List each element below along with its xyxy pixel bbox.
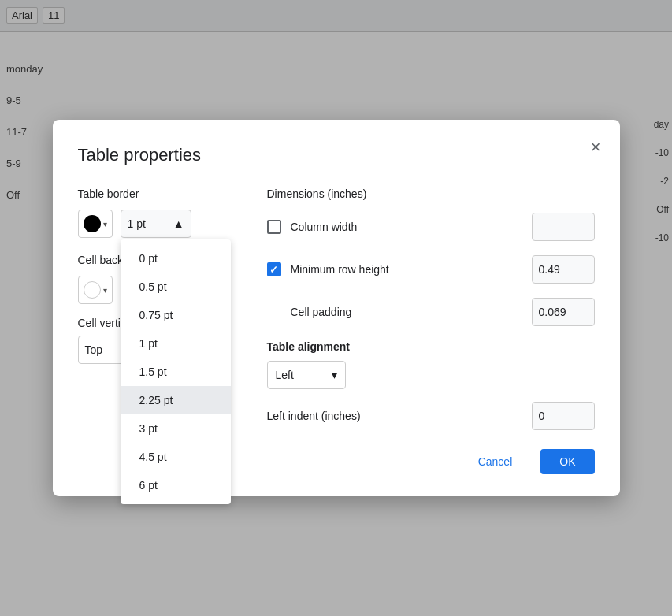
column-width-checkbox[interactable]: [267, 220, 281, 234]
min-row-height-label: Minimum row height: [291, 263, 522, 276]
cell-vert-value: Top: [85, 343, 103, 356]
dimensions-title: Dimensions (inches): [267, 187, 595, 200]
pt-option-075[interactable]: 0.75 pt: [121, 301, 231, 329]
column-width-row: Column width: [267, 213, 595, 241]
pt-value: 1 pt: [128, 217, 146, 230]
min-row-height-checkbox[interactable]: [267, 262, 281, 276]
modal-body: Table border ▾ 1 pt ▲ 0 pt: [78, 187, 595, 474]
ok-button[interactable]: OK: [540, 449, 594, 474]
close-button[interactable]: ×: [588, 135, 604, 159]
border-controls: ▾ 1 pt ▲ 0 pt 0.5 pt 0.75 pt: [78, 210, 236, 238]
left-indent-label: Left indent (inches): [267, 410, 522, 422]
column-width-input[interactable]: [532, 213, 595, 241]
left-panel: Table border ▾ 1 pt ▲ 0 pt: [78, 187, 236, 474]
pt-menu: 0 pt 0.5 pt 0.75 pt 1 pt 1.5 pt 2.25 pt …: [121, 239, 231, 504]
table-alignment-value: Left: [276, 369, 294, 381]
pt-dropdown-button[interactable]: 1 pt ▲: [121, 210, 191, 238]
pt-option-3[interactable]: 3 pt: [121, 414, 231, 443]
cell-padding-input[interactable]: [532, 298, 595, 326]
cancel-button[interactable]: Cancel: [459, 449, 532, 474]
border-color-swatch: [84, 215, 101, 232]
pt-option-05[interactable]: 0.5 pt: [121, 273, 231, 301]
modal-title: Table properties: [78, 145, 595, 165]
table-alignment-arrow: ▾: [332, 369, 337, 381]
pt-option-1[interactable]: 1 pt: [121, 329, 231, 358]
table-alignment-label: Table alignment: [267, 340, 595, 353]
right-panel: Dimensions (inches) Column width Minimum…: [267, 187, 595, 474]
min-row-height-row: Minimum row height: [267, 255, 595, 284]
pt-option-15[interactable]: 1.5 pt: [121, 358, 231, 386]
border-color-arrow: ▾: [103, 220, 107, 228]
border-section-label: Table border: [78, 187, 236, 200]
cell-bg-swatch: [84, 281, 101, 299]
pt-option-225[interactable]: 2.25 pt: [121, 386, 231, 414]
table-alignment-dropdown[interactable]: Left ▾: [267, 361, 346, 389]
cell-bg-arrow: ▾: [103, 286, 107, 295]
min-row-height-input[interactable]: [532, 255, 595, 284]
modal-overlay: Table properties × Table border ▾ 1 pt: [0, 0, 672, 616]
pt-option-45[interactable]: 4.5 pt: [121, 443, 231, 471]
pt-option-6[interactable]: 6 pt: [121, 471, 231, 499]
table-properties-modal: Table properties × Table border ▾ 1 pt: [53, 120, 620, 496]
left-indent-input[interactable]: [532, 402, 595, 430]
cell-bg-button[interactable]: ▾: [78, 276, 113, 304]
cell-padding-label: Cell padding: [267, 306, 522, 318]
pt-dropdown: 1 pt ▲ 0 pt 0.5 pt 0.75 pt 1 pt 1.5 pt 2…: [121, 210, 191, 238]
modal-footer: Cancel OK: [267, 449, 595, 474]
cell-padding-row: Cell padding: [267, 298, 595, 326]
pt-option-0[interactable]: 0 pt: [121, 244, 231, 273]
column-width-label: Column width: [291, 221, 522, 233]
border-color-button[interactable]: ▾: [78, 210, 113, 238]
table-alignment-section: Table alignment Left ▾: [267, 340, 595, 389]
left-indent-row: Left indent (inches): [267, 402, 595, 430]
pt-arrow: ▲: [173, 217, 184, 230]
